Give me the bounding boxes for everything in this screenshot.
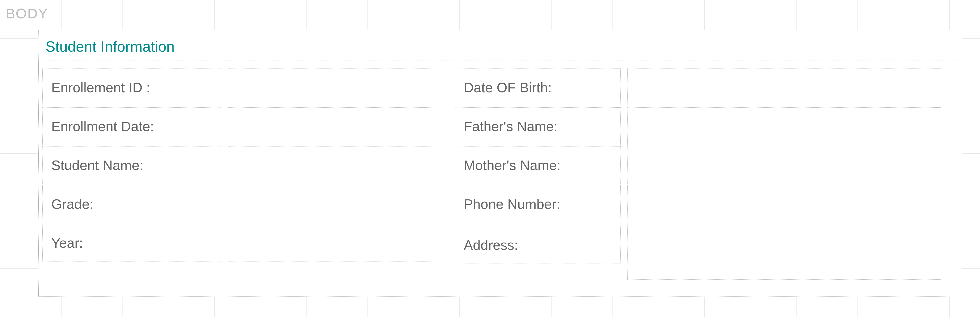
- value-phone-address[interactable]: [627, 185, 941, 280]
- student-information-panel[interactable]: Student Information Enrollement ID : Enr…: [38, 30, 962, 296]
- value-enrollment-id[interactable]: [228, 69, 437, 106]
- label-year[interactable]: Year:: [42, 224, 221, 262]
- value-student-name[interactable]: [228, 146, 437, 184]
- body-tag-label: BODY: [6, 5, 48, 22]
- label-phone[interactable]: Phone Number:: [455, 185, 620, 223]
- label-address[interactable]: Address:: [455, 226, 620, 264]
- label-grade[interactable]: Grade:: [42, 185, 221, 223]
- label-enrollment-id[interactable]: Enrollement ID :: [42, 69, 221, 106]
- section-title: Student Information: [39, 30, 962, 61]
- value-enrollment-date[interactable]: [228, 107, 437, 145]
- value-grade[interactable]: [228, 185, 437, 223]
- value-father-mother[interactable]: [627, 107, 941, 184]
- label-enrollment-date[interactable]: Enrollment Date:: [42, 107, 221, 145]
- right-values-column: [627, 69, 941, 281]
- label-mother-name[interactable]: Mother's Name:: [455, 146, 620, 184]
- right-labels-column: Date OF Birth: Father's Name: Mother's N…: [455, 69, 620, 281]
- label-father-name[interactable]: Father's Name:: [455, 107, 620, 145]
- left-values-column: [228, 69, 437, 281]
- label-student-name[interactable]: Student Name:: [42, 146, 221, 184]
- value-year[interactable]: [228, 224, 437, 262]
- value-dob[interactable]: [627, 69, 941, 106]
- label-dob[interactable]: Date OF Birth:: [455, 69, 620, 106]
- left-labels-column: Enrollement ID : Enrollment Date: Studen…: [42, 69, 221, 281]
- fields-columns: Enrollement ID : Enrollment Date: Studen…: [39, 61, 962, 281]
